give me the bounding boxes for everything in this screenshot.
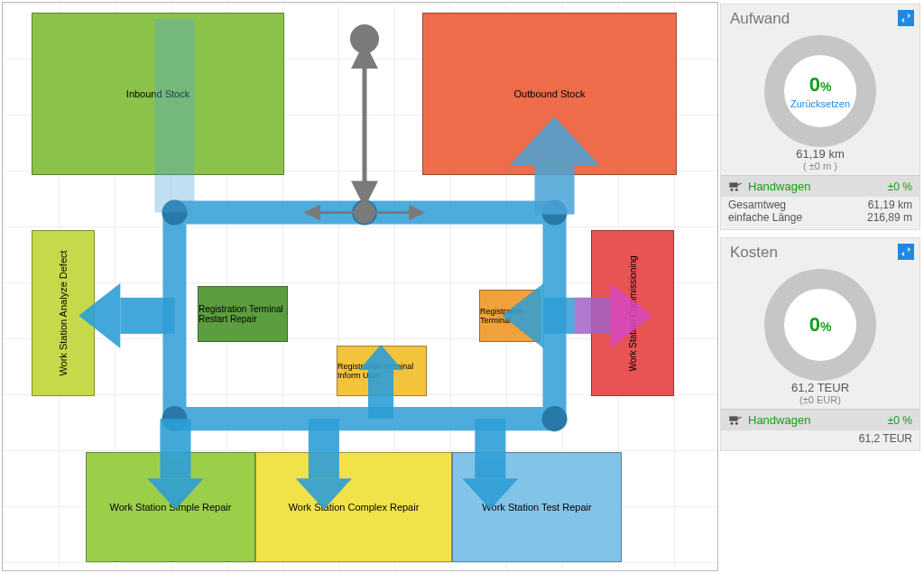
- svg-rect-19: [160, 419, 190, 478]
- donut-percent: 0%: [809, 313, 832, 337]
- svg-marker-14: [502, 283, 543, 348]
- svg-marker-18: [359, 345, 402, 370]
- layout-canvas[interactable]: Inbound Stock Outbound Stock Work Statio…: [2, 2, 718, 571]
- panel-cost: Kosten 0% 61,2 TEUR (±0 EUR) Handwagen ±…: [720, 237, 920, 451]
- svg-marker-22: [296, 478, 352, 509]
- reset-link[interactable]: Zurücksetzen: [790, 98, 850, 109]
- svg-point-31: [730, 421, 733, 424]
- svg-point-32: [735, 421, 738, 424]
- cart-icon: [728, 415, 743, 426]
- panel-title: Kosten: [721, 238, 919, 263]
- svg-marker-24: [462, 478, 518, 509]
- svg-rect-10: [154, 19, 194, 213]
- metric-value: 61,2 TEUR (±0 EUR): [791, 381, 849, 405]
- swap-icon[interactable]: [898, 244, 914, 260]
- swap-icon[interactable]: [898, 10, 914, 26]
- svg-rect-30: [729, 416, 737, 421]
- metric-rows: Gesamtweg61,19 km einfache Länge216,89 m: [721, 197, 919, 229]
- svg-marker-12: [79, 283, 120, 348]
- donut-chart: 0%: [764, 269, 876, 381]
- legend-name: Handwagen: [748, 180, 882, 193]
- svg-marker-20: [147, 478, 203, 509]
- svg-point-27: [730, 188, 733, 190]
- donut-chart: 0% Zurücksetzen: [764, 35, 876, 147]
- donut-percent: 0%: [809, 73, 832, 97]
- svg-rect-16: [575, 298, 611, 334]
- svg-marker-15: [611, 283, 652, 348]
- flow-overlay: [3, 3, 717, 572]
- panel-title: Aufwand: [721, 5, 919, 30]
- legend-row[interactable]: Handwagen ±0 %: [721, 175, 919, 197]
- cart-icon: [728, 181, 743, 192]
- svg-line-29: [738, 183, 742, 185]
- svg-point-5: [350, 24, 379, 53]
- panel-effort: Aufwand 0% Zurücksetzen 61,19 km ( ±0 m …: [720, 4, 920, 230]
- svg-marker-9: [509, 116, 599, 165]
- legend-row[interactable]: Handwagen ±0 %: [721, 409, 919, 430]
- svg-rect-11: [120, 298, 174, 334]
- svg-point-28: [735, 188, 738, 190]
- svg-rect-17: [368, 370, 393, 419]
- svg-line-33: [738, 417, 742, 419]
- legend-name: Handwagen: [748, 413, 882, 427]
- svg-rect-21: [309, 419, 339, 478]
- donut-cost: 0% 61,2 TEUR (±0 EUR): [721, 263, 919, 409]
- svg-rect-26: [729, 182, 737, 187]
- donut-effort: 0% Zurücksetzen 61,19 km ( ±0 m ): [721, 30, 919, 175]
- metric-value: 61,19 km ( ±0 m ): [796, 147, 844, 171]
- svg-point-4: [541, 406, 567, 431]
- app-root: Inbound Stock Outbound Stock Work Statio…: [0, 0, 924, 573]
- svg-rect-8: [534, 165, 574, 214]
- legend-delta: ±0 %: [888, 180, 912, 193]
- svg-rect-23: [475, 419, 505, 478]
- metric-rows: 61,2 TEUR: [721, 430, 919, 450]
- legend-delta: ±0 %: [888, 414, 912, 427]
- sidebar: Aufwand 0% Zurücksetzen 61,19 km ( ±0 m …: [720, 0, 924, 573]
